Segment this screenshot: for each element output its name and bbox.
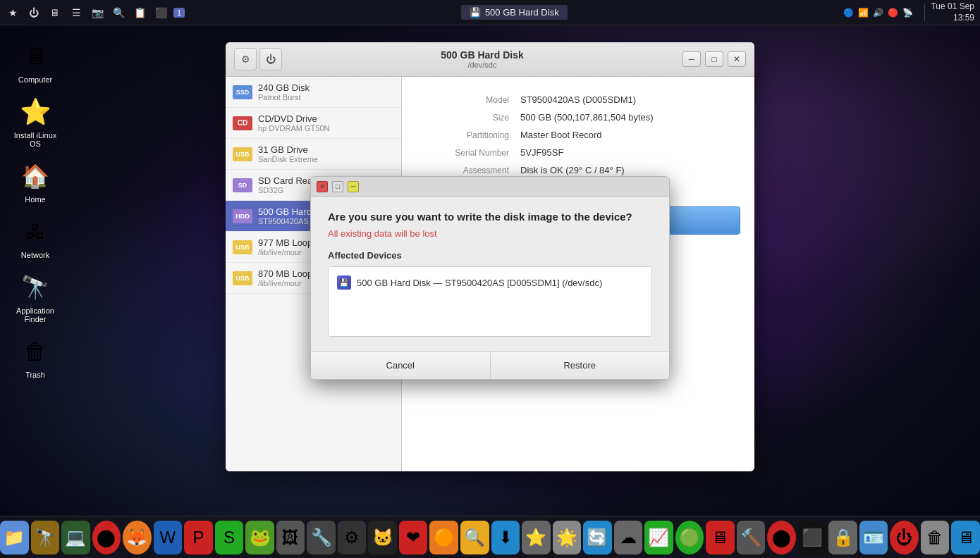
dock-orange[interactable]: 🟠 bbox=[429, 521, 458, 554]
taskbar-power-icon[interactable]: ⏻ bbox=[24, 3, 44, 23]
drive-item-ssd240[interactable]: SSD 240 GB Disk Patriot Burst bbox=[226, 77, 401, 108]
drive-item-cddvd[interactable]: CD CD/DVD Drive hp DVDRAM GT50N bbox=[226, 108, 401, 139]
dock-git[interactable]: ⬤ bbox=[92, 521, 121, 554]
taskbar-clipboard-icon[interactable]: 📋 bbox=[130, 3, 149, 23]
battery-icon[interactable]: 🔴 bbox=[888, 8, 898, 18]
confirm-minimize-button[interactable]: ─ bbox=[348, 181, 359, 192]
dock-binoculars[interactable]: 🔭 bbox=[31, 521, 60, 554]
dock-cloud[interactable]: ☁ bbox=[614, 521, 643, 554]
desktop-icon-trash[interactable]: 🗑 Trash bbox=[7, 330, 63, 383]
dock-id[interactable]: 🪪 bbox=[859, 521, 888, 554]
dock-system[interactable]: ⚙ bbox=[338, 521, 367, 554]
disk-window-subtitle: /dev/sdc bbox=[282, 61, 682, 69]
taskbar-display-icon[interactable]: 🖥 bbox=[45, 3, 65, 23]
dock-download[interactable]: ⬇ bbox=[491, 521, 520, 554]
trash-icon: 🗑 bbox=[18, 335, 52, 368]
dock-fix[interactable]: 🔨 bbox=[737, 521, 766, 554]
confirm-titlebar: ✕ □ ─ bbox=[311, 177, 669, 197]
dock-trash[interactable]: 🗑 bbox=[921, 521, 950, 554]
drive-sub-ssd240: Patriot Burst bbox=[258, 93, 394, 101]
drive-sub-flash31: SanDisk Extreme bbox=[258, 155, 394, 163]
confirm-buttons: Cancel Restore bbox=[311, 351, 669, 379]
desktop-icon-network[interactable]: 🖧 Network bbox=[7, 211, 63, 264]
bottom-dock: 📁 🔭 💻 ⬤ 🦊 W P S 🐸 🖼 🔧 ⚙ 🐱 ❤ 🟠 🔍 ⬇ ⭐ 🌟 🔄 … bbox=[0, 516, 980, 558]
computer-label: Computer bbox=[18, 75, 52, 84]
volume-icon[interactable]: 🔊 bbox=[873, 8, 883, 18]
taskbar-window-icon: 💾 bbox=[470, 7, 481, 18]
dock-files[interactable]: 📁 bbox=[0, 521, 29, 554]
desktop-icon-appfinder[interactable]: 🔭 Application Finder bbox=[7, 266, 63, 328]
confirm-maximize-button[interactable]: □ bbox=[332, 181, 343, 192]
signal-icon[interactable]: 📡 bbox=[902, 8, 913, 18]
sd-icon: SD bbox=[233, 178, 252, 192]
dock-lock[interactable]: 🔒 bbox=[828, 521, 857, 554]
confirm-dialog: ✕ □ ─ Are you sure you want to write the… bbox=[310, 176, 670, 380]
dock-firefox[interactable]: 🦊 bbox=[123, 521, 152, 554]
dock-images[interactable]: 🖼 bbox=[276, 521, 305, 554]
dock-star1[interactable]: ⭐ bbox=[522, 521, 551, 554]
taskbar-camera-icon[interactable]: 📷 bbox=[87, 3, 107, 23]
disk-settings-button[interactable]: ⚙ bbox=[234, 48, 257, 70]
home-icon: 🏠 bbox=[18, 159, 52, 193]
dock-word[interactable]: W bbox=[154, 521, 183, 554]
taskbar-right: 🔵 📶 🔊 🔴 📡 Tue 01 Sep 13:59 bbox=[843, 1, 980, 23]
drive-name-flash31: 31 GB Drive bbox=[258, 144, 394, 155]
desktop-icon-install[interactable]: ⭐ Install iLinux OS bbox=[7, 91, 63, 152]
cancel-button[interactable]: Cancel bbox=[311, 352, 491, 379]
dock-star2[interactable]: 🌟 bbox=[553, 521, 582, 554]
disk-maximize-button[interactable]: □ bbox=[705, 51, 723, 67]
taskbar-active-window[interactable]: 💾 500 GB Hard Disk bbox=[461, 5, 568, 20]
affected-device-name: 500 GB Hard Disk — ST9500420AS [D005SDM1… bbox=[357, 278, 602, 288]
dock-terminal-green[interactable]: 💻 bbox=[61, 521, 90, 554]
taskbar-menu-icon[interactable]: ☰ bbox=[66, 3, 86, 23]
drive-item-flash31[interactable]: USB 31 GB Drive SanDisk Extreme bbox=[226, 139, 401, 170]
detail-table: Model ST9500420AS (D005SDM1) Size 500 GB… bbox=[416, 91, 740, 179]
affected-devices-list: 💾 500 GB Hard Disk — ST9500420AS [D005SD… bbox=[328, 266, 652, 337]
dock-power[interactable]: ⏻ bbox=[890, 521, 919, 554]
taskbar-star-icon[interactable]: ★ bbox=[3, 3, 23, 23]
dock-spreadsheet[interactable]: S bbox=[215, 521, 244, 554]
disk-minimize-button[interactable]: ─ bbox=[682, 51, 701, 67]
dock-redcircle[interactable]: ⬤ bbox=[767, 521, 796, 554]
disk-power-button[interactable]: ⏻ bbox=[259, 48, 282, 70]
dock-green[interactable]: 🟢 bbox=[675, 521, 704, 554]
taskbar-window-label: 500 GB Hard Disk bbox=[485, 7, 559, 18]
computer-icon: 🖥 bbox=[18, 39, 52, 73]
size-label: Size bbox=[416, 108, 515, 126]
dock-refresh[interactable]: 🔄 bbox=[583, 521, 612, 554]
desktop: ★ ⏻ 🖥 ☰ 📷 🔍 📋 ⬛ 1 💾 500 GB Hard Disk 🔵 📶… bbox=[0, 0, 980, 558]
disk-close-button[interactable]: ✕ bbox=[728, 51, 746, 67]
confirm-close-button[interactable]: ✕ bbox=[317, 181, 328, 192]
drive-sub-cddvd: hp DVDRAM GT50N bbox=[258, 124, 394, 132]
bluetooth-icon[interactable]: 🔵 bbox=[843, 8, 854, 18]
drive-name-cddvd: CD/DVD Drive bbox=[258, 113, 394, 124]
dock-wps[interactable]: P bbox=[184, 521, 213, 554]
dock-search[interactable]: 🔍 bbox=[460, 521, 489, 554]
dock-redapp[interactable]: 🖥 bbox=[706, 521, 735, 554]
taskbar-search-icon[interactable]: 🔍 bbox=[109, 3, 128, 23]
network-icon[interactable]: 📶 bbox=[858, 8, 869, 18]
taskbar-badge: 1 bbox=[173, 8, 185, 18]
dock-game[interactable]: 🐸 bbox=[245, 521, 274, 554]
dock-heart[interactable]: ❤ bbox=[399, 521, 428, 554]
confirm-question: Are you sure you want to write the disk … bbox=[328, 211, 652, 223]
disk-window-controls: ─ □ ✕ bbox=[682, 51, 746, 67]
install-icon: ⭐ bbox=[18, 95, 52, 129]
desktop-icon-home[interactable]: 🏠 Home bbox=[7, 155, 63, 208]
drive-name-ssd240: 240 GB Disk bbox=[258, 82, 394, 93]
taskbar-window-icon[interactable]: ⬛ bbox=[151, 3, 171, 23]
restore-button[interactable]: Restore bbox=[491, 352, 670, 379]
loop977-icon: USB bbox=[233, 240, 252, 254]
dock-chart[interactable]: 📈 bbox=[644, 521, 673, 554]
drive-info-ssd240: 240 GB Disk Patriot Burst bbox=[258, 82, 394, 101]
model-value: ST9500420AS (D005SDM1) bbox=[515, 91, 740, 108]
dock-console[interactable]: ⬛ bbox=[798, 521, 827, 554]
dock-cat[interactable]: 🐱 bbox=[368, 521, 397, 554]
dock-monitor[interactable]: 🖥 bbox=[951, 521, 980, 554]
disk-toolbar: ⚙ ⏻ bbox=[234, 48, 282, 70]
serial-label: Serial Number bbox=[416, 144, 515, 161]
dock-tools[interactable]: 🔧 bbox=[307, 521, 336, 554]
taskbar-system-icons: 🔵 📶 🔊 🔴 📡 bbox=[843, 8, 913, 18]
desktop-icon-computer[interactable]: 🖥 Computer bbox=[7, 35, 63, 88]
taskbar-left-icons: ★ ⏻ 🖥 ☰ 📷 🔍 📋 ⬛ 1 bbox=[0, 3, 185, 23]
